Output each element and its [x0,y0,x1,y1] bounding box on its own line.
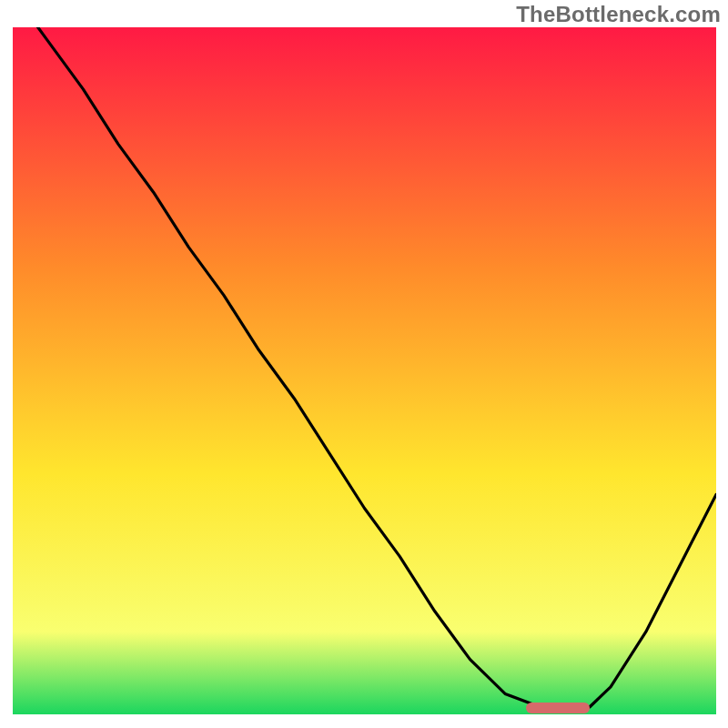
watermark-text: TheBottleneck.com [516,2,721,27]
chart-container: TheBottleneck.com [0,0,728,728]
optimum-marker [526,703,590,713]
svg-rect-0 [13,27,716,714]
plot-area [13,27,716,714]
gradient-background [13,27,716,714]
